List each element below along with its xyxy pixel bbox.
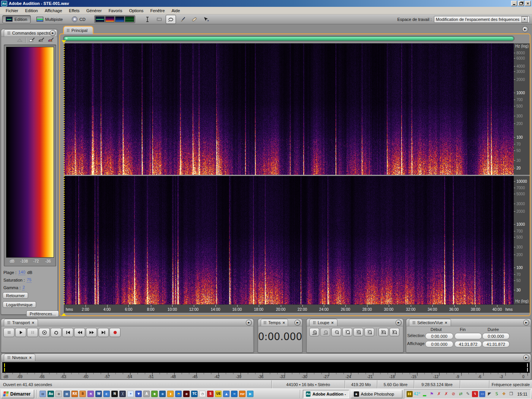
param-value[interactable]: 140 [18,270,25,275]
tray-icon[interactable]: ⚑ [429,391,435,397]
go-to-beginning-button[interactable] [62,328,73,337]
menu-effets[interactable]: Effets [65,8,83,14]
taskbar-window-adobe-audition-[interactable]: AuAdobe Audition -... [303,390,349,398]
tray-icon[interactable]: 42° [414,391,421,397]
param-value[interactable]: 2 [22,285,25,290]
time-display[interactable]: 0:00.000 [258,331,302,342]
quick-launch-icon[interactable]: ● [55,391,62,397]
taskbar-window-adobe-photoshop[interactable]: ◉Adobe Photoshop [351,390,402,398]
quick-launch-icon[interactable]: n [87,391,94,397]
time-ruler[interactable]: 2:004:006:008:0010:0012:0014:0016:0018:0… [64,304,530,313]
quick-launch-icon[interactable]: S [207,391,214,397]
zoom-in-vertically-button[interactable] [378,328,388,336]
horizontal-scrollbar-thumb[interactable] [64,36,514,41]
view-spectral-frequency-icon[interactable] [105,16,114,22]
tray-icon[interactable]: ✗ [443,391,449,397]
close-icon[interactable]: × [331,321,334,325]
horizontal-scrollbar-track[interactable] [63,36,515,41]
quick-launch-icon[interactable]: A [143,391,150,397]
minimize-button[interactable] [511,1,517,6]
panel-menu-icon[interactable]: ▶ [246,320,252,326]
zoom-to-selection-button[interactable] [342,328,352,336]
quick-launch-icon[interactable]: ◐ [103,391,110,397]
playhead-line[interactable] [64,43,65,304]
zoom-in-selection-left-button[interactable] [353,328,363,336]
marquee-selection-tool[interactable] [154,15,164,24]
quick-launch-icon[interactable]: ◓ [175,391,182,397]
lasso-selection-tool[interactable] [166,15,176,24]
tray-icon[interactable]: S [494,391,500,397]
menu-fenetre[interactable]: Fenêtre [147,8,168,14]
quick-launch-icon[interactable]: ◉ [159,391,166,397]
tray-icon[interactable]: ▭ [479,391,485,397]
tray-icon[interactable]: ◤ [486,391,492,397]
tray-icon[interactable]: ✗ [436,391,442,397]
tray-icon[interactable]: ↯ [472,391,478,397]
edition-mode-button[interactable]: Edition [2,15,31,23]
quick-launch-icon[interactable]: Au [48,391,54,397]
quick-launch-icon[interactable]: ▶ [247,391,253,397]
time-selection-tool[interactable] [142,15,152,24]
zoom-in-horizontally-button[interactable] [309,328,319,336]
tab-temps[interactable]: Temps × [261,319,288,326]
quick-launch-icon[interactable]: W [95,391,102,397]
zoom-out-full-button[interactable] [331,328,341,336]
quick-launch-icon[interactable]: ▲ [223,391,230,397]
close-icon[interactable]: × [29,356,32,360]
scrub-tool[interactable] [201,15,211,24]
quick-launch-icon[interactable]: ◆ [151,391,158,397]
close-icon[interactable]: × [282,321,285,325]
view-spectral-pan-icon[interactable] [115,16,124,22]
play-button[interactable] [15,328,26,337]
panel-menu-icon[interactable]: ▶ [522,26,528,32]
zoom-out-vertically-button[interactable] [390,328,399,336]
selection-duree-field[interactable]: 0:00.000 [482,333,510,339]
zoom-out-horizontally-button[interactable] [320,328,330,336]
quick-launch-icon[interactable]: UE [215,391,222,397]
restore-button[interactable] [518,1,524,6]
go-to-end-button[interactable] [98,328,109,337]
spectrogram-left-channel[interactable] [64,43,514,175]
play-looped-button[interactable] [51,328,62,337]
chevron-down-icon[interactable]: ▼ [521,16,528,22]
stop-button[interactable] [3,328,14,337]
close-icon[interactable]: × [32,321,34,325]
tray-icon[interactable]: ▮▮ [407,391,413,397]
tab-loupe[interactable]: Loupe × [309,319,337,326]
menu-fichier[interactable]: Fichier [2,8,22,14]
tray-icon[interactable]: ▂ [421,391,428,397]
tab-transport[interactable]: Transport × [4,319,38,326]
quick-launch-icon[interactable]: ◷ [199,391,206,397]
menu-favoris[interactable]: Favoris [105,8,126,14]
panel-menu-icon[interactable]: ▶ [294,320,301,326]
menu-edition[interactable]: Edition [22,8,41,14]
menu-affichage[interactable]: Affichage [41,8,66,14]
quick-launch-icon[interactable]: TC [191,391,198,397]
workspace-select[interactable]: Modification de l'espacement des fréquen… [434,16,530,23]
affichage-fin-field[interactable]: 41:31.872 [454,341,482,347]
play-from-cursor-button[interactable] [39,328,50,337]
affichage-duree-field[interactable]: 41:31.872 [482,341,510,347]
tray-icon[interactable]: ❖ [501,391,507,397]
panel-menu-icon[interactable]: ▶ [523,355,529,361]
view-spectral-phase-icon[interactable] [125,16,134,22]
param-value[interactable]: 75 [27,277,31,282]
quick-launch-icon[interactable]: ✦ [127,391,134,397]
level-meter[interactable] [2,362,530,373]
record-button[interactable] [109,328,120,337]
close-button[interactable]: × [525,1,531,6]
tray-icon[interactable]: ✎ [465,391,471,397]
view-waveform-icon[interactable] [95,16,104,22]
tray-icon[interactable]: ❐ [508,391,514,397]
gradient-high-color-picker-icon[interactable] [38,37,45,43]
gradient-fill-picker-icon[interactable] [47,37,54,43]
playhead-marker-top[interactable] [62,40,66,43]
panel-menu-icon[interactable]: ▶ [50,30,56,36]
quick-launch-icon[interactable]: ▼ [135,391,142,397]
logarithmique-button[interactable]: Logarithmique [3,301,36,308]
panel-menu-icon[interactable]: ▶ [523,320,529,326]
spectrogram-right-channel[interactable] [64,176,514,304]
tab-selection-vue[interactable]: Sélection/Vue × [409,319,451,326]
tray-icon[interactable]: ⇄ [458,391,464,397]
affichage-debut-field[interactable]: 0:00.000 [425,341,453,347]
